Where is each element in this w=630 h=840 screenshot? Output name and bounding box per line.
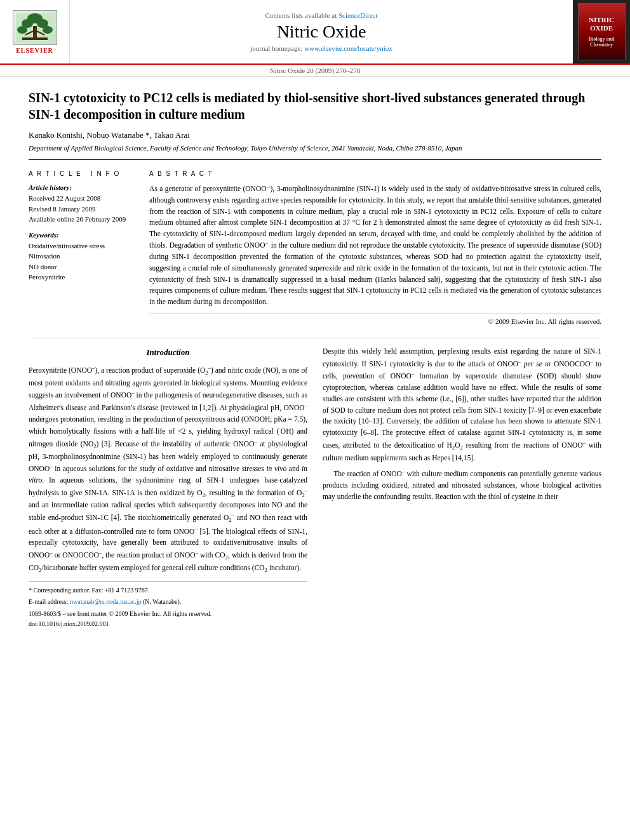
cover-title: NITRIC OXIDE [581, 16, 622, 32]
intro-title: Introduction [29, 346, 307, 359]
footnote-email: E-mail address: nwatanab@rs.noda.tus.ac.… [29, 597, 307, 606]
article-info-abstract: A R T I C L E I N F O Article history: R… [29, 170, 601, 325]
copyright-line: © 2009 Elsevier Inc. All rights reserved… [149, 313, 601, 325]
authors-text: Kanako Konishi, Nobuo Watanabe *, Takao … [29, 130, 190, 140]
body-text-right: Despite this widely held assumption, per… [323, 346, 601, 503]
issn-line: 1089-8603/$ – see front matter © 2009 El… [29, 609, 307, 629]
body-para-right-1: Despite this widely held assumption, per… [323, 346, 601, 463]
body-col-left: Introduction Peroxynitrite (ONOO–), a re… [29, 346, 307, 629]
history-label: Article history: [29, 183, 137, 191]
body-text-left: Peroxynitrite (ONOO–), a reaction produc… [29, 364, 307, 575]
keywords-label: Keywords: [29, 231, 137, 239]
section-divider [29, 338, 601, 338]
main-content: SIN-1 cytotoxicity to PC12 cells is medi… [0, 77, 630, 641]
article-keywords: Keywords: Oxidative/nitrosative stress N… [29, 231, 137, 283]
logo-image [13, 10, 57, 45]
history-available: Available online 20 February 2009 [29, 214, 137, 225]
homepage-link[interactable]: www.elsevier.com/locate/yniox [304, 44, 392, 52]
svg-rect-9 [22, 37, 48, 40]
page-number-line: Nitric Oxide 20 (2009) 270–278 [0, 65, 630, 77]
footnote-email-link[interactable]: nwatanab@rs.noda.tus.ac.jp [70, 598, 142, 605]
elsevier-logo-area: ELSEVIER [0, 0, 70, 63]
article-history: Article history: Received 22 August 2008… [29, 183, 137, 225]
keyword-3: NO donor [29, 262, 137, 272]
history-revised: Revised 8 January 2009 [29, 204, 137, 215]
journal-title: Nitric Oxide [277, 22, 366, 42]
body-columns: Introduction Peroxynitrite (ONOO–), a re… [29, 346, 601, 629]
article-info-col: A R T I C L E I N F O Article history: R… [29, 170, 137, 325]
cover-image: NITRIC OXIDE Biology and Chemistry [578, 3, 626, 60]
svg-rect-6 [33, 26, 37, 39]
journal-header: ELSEVIER Contents lists available at Sci… [0, 0, 630, 65]
article-info-label: A R T I C L E I N F O [29, 170, 137, 177]
abstract-label: A B S T R A C T [149, 170, 601, 177]
history-received: Received 22 August 2008 [29, 193, 137, 204]
journal-header-center: Contents lists available at ScienceDirec… [70, 0, 573, 63]
svg-point-4 [17, 26, 27, 34]
sciencedirect-link[interactable]: ScienceDirect [338, 11, 378, 19]
issn-text: 1089-8603/$ – see front matter © 2009 El… [29, 609, 307, 619]
article-title: SIN-1 cytotoxicity to PC12 cells is medi… [29, 90, 601, 123]
elsevier-brand-text: ELSEVIER [16, 47, 53, 54]
doi-text: doi:10.1016/j.niox.2009.02.001 [29, 619, 307, 629]
footnote-area: * Corresponding author. Fax: +81 4 7123 … [29, 581, 307, 606]
body-col-right: Despite this widely held assumption, per… [323, 346, 601, 629]
elsevier-logo: ELSEVIER [13, 10, 57, 54]
authors: Kanako Konishi, Nobuo Watanabe *, Takao … [29, 130, 601, 140]
journal-cover: NITRIC OXIDE Biology and Chemistry [573, 0, 630, 63]
footnote-corresponding: * Corresponding author. Fax: +81 4 7123 … [29, 585, 307, 595]
svg-point-5 [43, 26, 53, 34]
keyword-4: Peroxynitrite [29, 272, 137, 283]
keyword-1: Oxidative/nitrosative stress [29, 241, 137, 251]
body-para-1: Peroxynitrite (ONOO–), a reaction produc… [29, 364, 307, 575]
body-para-right-2: The reaction of ONOO– with culture mediu… [323, 467, 601, 502]
abstract-col: A B S T R A C T As a generator of peroxy… [149, 170, 601, 325]
keyword-2: Nitrosation [29, 251, 137, 262]
journal-homepage: journal homepage: www.elsevier.com/locat… [250, 44, 392, 52]
affiliation: Department of Applied Biological Science… [29, 144, 601, 160]
cover-sub: Biology and Chemistry [581, 36, 622, 48]
abstract-text: As a generator of peroxynitrite (ONOO⁻),… [149, 183, 601, 308]
sciencedirect-line: Contents lists available at ScienceDirec… [265, 11, 377, 19]
